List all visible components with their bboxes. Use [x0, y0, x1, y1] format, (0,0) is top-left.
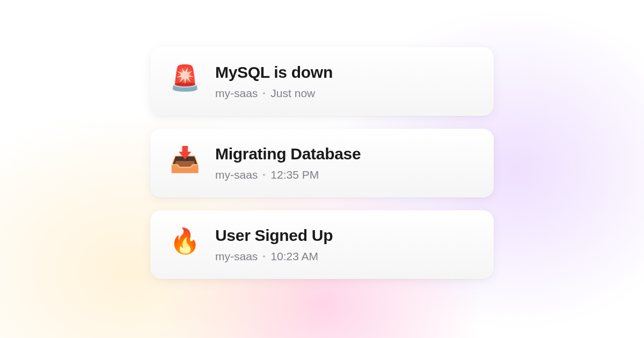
alert-siren-icon: 🚨 — [170, 65, 200, 90]
notification-title: User Signed Up — [215, 226, 333, 245]
notification-title: Migrating Database — [215, 145, 361, 163]
meta-separator-icon — [263, 92, 265, 94]
meta-separator-icon — [263, 255, 265, 258]
notification-content: User Signed Up my-saas 10:23 AM — [215, 226, 333, 263]
project-name: my-saas — [215, 168, 258, 181]
project-name: my-saas — [215, 250, 258, 263]
notification-meta: my-saas 10:23 AM — [215, 250, 333, 263]
notification-time: 12:35 PM — [270, 168, 319, 181]
inbox-download-icon: 📥 — [170, 147, 200, 172]
project-name: my-saas — [215, 87, 258, 100]
notification-meta: my-saas 12:35 PM — [215, 168, 361, 181]
notification-meta: my-saas Just now — [215, 87, 333, 100]
notification-time: 10:23 AM — [270, 250, 318, 263]
notification-content: Migrating Database my-saas 12:35 PM — [215, 145, 361, 181]
notification-title: MySQL is down — [215, 63, 333, 82]
notification-time: Just now — [270, 87, 315, 100]
notification-content: MySQL is down my-saas Just now — [215, 63, 333, 100]
notification-card[interactable]: 🚨 MySQL is down my-saas Just now — [150, 47, 494, 116]
notification-card[interactable]: 📥 Migrating Database my-saas 12:35 PM — [150, 129, 494, 197]
fire-icon: 🔥 — [170, 229, 200, 253]
meta-separator-icon — [263, 174, 265, 176]
notification-card[interactable]: 🔥 User Signed Up my-saas 10:23 AM — [150, 210, 494, 279]
